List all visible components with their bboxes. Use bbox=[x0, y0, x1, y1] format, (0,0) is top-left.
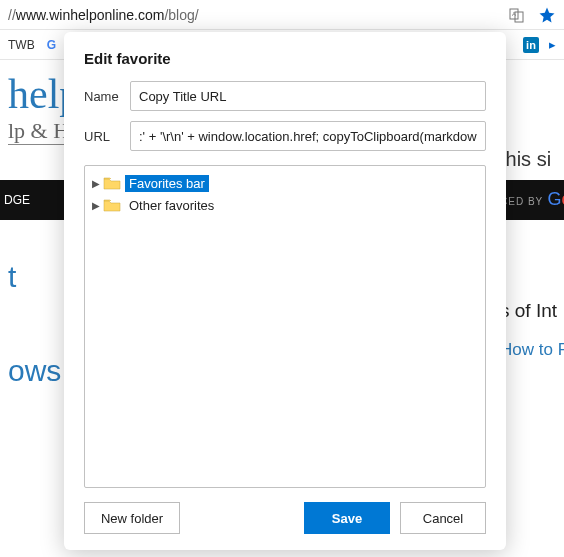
bookmark-item-twb[interactable]: TWB bbox=[8, 38, 35, 52]
folder-tree[interactable]: ▶ Favorites bar ▶ Other favorites bbox=[84, 165, 486, 488]
favorite-star-icon[interactable] bbox=[538, 6, 556, 24]
tree-item-other-favorites[interactable]: ▶ Other favorites bbox=[89, 194, 481, 216]
sidebar-link-fragment[interactable]: How to Free Up bbox=[500, 340, 560, 360]
url-label: URL bbox=[84, 129, 130, 144]
tree-item-favorites-bar[interactable]: ▶ Favorites bar bbox=[89, 172, 481, 194]
linkedin-icon[interactable]: in bbox=[523, 37, 539, 53]
edit-favorite-dialog: Edit favorite Name URL ▶ Favorites bar ▶… bbox=[64, 32, 506, 550]
folder-icon bbox=[103, 198, 121, 212]
sidebar-heading-fragment: s of Int bbox=[500, 300, 560, 322]
address-bar: //www.winhelponline.com/blog/ A bbox=[0, 0, 564, 30]
save-button[interactable]: Save bbox=[304, 502, 390, 534]
google-icon[interactable]: G bbox=[47, 38, 56, 52]
url-host: www.winhelponline.com bbox=[16, 7, 165, 23]
site-subtitle-fragment: lp & H bbox=[8, 118, 69, 145]
url-prefix: // bbox=[8, 7, 16, 23]
name-input[interactable] bbox=[130, 81, 486, 111]
name-label: Name bbox=[84, 89, 130, 104]
tree-item-label: Other favorites bbox=[125, 197, 218, 214]
svg-text:A: A bbox=[512, 11, 516, 17]
google-logo-fragment: Go bbox=[547, 189, 564, 209]
url-input[interactable] bbox=[130, 121, 486, 151]
bookmark-overflow-icon[interactable]: ▸ bbox=[549, 37, 556, 53]
cancel-button[interactable]: Cancel bbox=[400, 502, 486, 534]
nav-item-fragment[interactable]: DGE bbox=[4, 193, 30, 207]
enhanced-by-fragment: CED BY Go bbox=[500, 189, 560, 210]
search-heading-fragment: this si bbox=[500, 148, 560, 171]
expand-arrow-icon[interactable]: ▶ bbox=[89, 200, 103, 211]
url-display[interactable]: //www.winhelponline.com/blog/ bbox=[8, 7, 508, 23]
svg-rect-1 bbox=[515, 12, 523, 22]
expand-arrow-icon[interactable]: ▶ bbox=[89, 178, 103, 189]
dialog-title: Edit favorite bbox=[84, 50, 486, 67]
folder-icon bbox=[103, 176, 121, 190]
url-path: /blog/ bbox=[164, 7, 198, 23]
translate-icon[interactable]: A bbox=[508, 6, 526, 24]
new-folder-button[interactable]: New folder bbox=[84, 502, 180, 534]
tree-item-label: Favorites bar bbox=[125, 175, 209, 192]
